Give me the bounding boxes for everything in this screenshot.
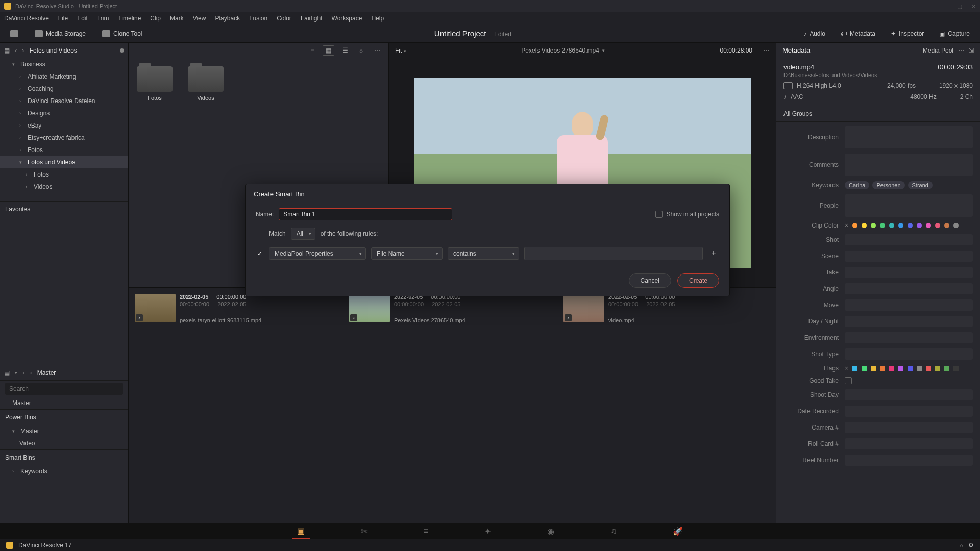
tree-item[interactable]: ›eBay — [0, 119, 128, 132]
clip-card[interactable]: ♪2022-02-0500:00:00:00 00:00:00:002022-0… — [349, 294, 553, 323]
flag-swatch[interactable] — [880, 366, 885, 371]
keyword-tag[interactable]: Strand — [908, 181, 933, 189]
home-icon[interactable]: ⌂ — [960, 542, 963, 549]
chevron-down-icon[interactable]: ▾ — [602, 48, 605, 53]
metadata-expand[interactable]: ⇲ — [969, 47, 974, 54]
add-rule-button[interactable]: + — [708, 248, 719, 259]
color-swatch[interactable] — [953, 223, 959, 228]
clip-card[interactable]: ♪2022-02-0500:00:00:00 00:00:00:002022-0… — [564, 294, 768, 323]
tree-item[interactable]: ›Videos — [0, 181, 128, 193]
metadata-options[interactable]: ⋯ — [959, 47, 965, 54]
field-input[interactable] — [845, 154, 973, 176]
flag-swatch[interactable] — [917, 366, 922, 371]
options-icon[interactable]: ⋯ — [371, 45, 383, 56]
tree-item[interactable]: ›Fotos — [0, 144, 128, 156]
color-swatch[interactable] — [880, 223, 885, 228]
tree-item[interactable]: ›Fotos — [0, 168, 128, 181]
menu-fairlight[interactable]: Fairlight — [301, 15, 323, 22]
fairlight-page-tab[interactable]: ♫ — [605, 524, 622, 538]
flag-swatch[interactable] — [871, 366, 876, 371]
folder-item[interactable]: Fotos — [137, 66, 173, 101]
flag-swatch[interactable] — [926, 366, 931, 371]
flag-swatch[interactable] — [889, 366, 894, 371]
field-input[interactable] — [845, 438, 973, 449]
tree-item[interactable]: ▾Fotos und Videos — [0, 156, 128, 168]
menu-edit[interactable]: Edit — [77, 15, 88, 22]
view-filmstrip[interactable]: ≡ — [308, 45, 317, 56]
create-button[interactable]: Create — [677, 273, 719, 288]
color-swatch[interactable] — [871, 223, 876, 228]
minimize-button[interactable]: — — [942, 3, 948, 10]
color-swatch[interactable] — [898, 223, 903, 228]
chevron-down-icon[interactable]: ▾ — [15, 370, 17, 375]
viewer-options[interactable]: ⋯ — [764, 47, 770, 54]
groups-header[interactable]: All Groups — [776, 106, 980, 122]
panel-toggle[interactable] — [6, 28, 22, 39]
media-page-tab[interactable]: ▣ — [292, 524, 310, 539]
color-swatch[interactable] — [935, 223, 940, 228]
media-storage-button[interactable]: Media Storage — [31, 28, 90, 39]
layout-icon[interactable]: ▤ — [4, 47, 10, 54]
edit-page-tab[interactable]: ≡ — [419, 524, 433, 538]
field-input[interactable] — [845, 316, 973, 327]
flag-swatch[interactable] — [898, 366, 903, 371]
smart-bin-name-input[interactable] — [279, 208, 452, 220]
field-input[interactable] — [845, 422, 973, 433]
tree-item[interactable]: ›Affiliate Marketing — [0, 70, 128, 83]
show-all-checkbox[interactable] — [655, 211, 663, 218]
search-icon[interactable]: ⌕ — [356, 45, 366, 56]
menu-color[interactable]: Color — [277, 15, 291, 22]
tree-item[interactable]: ›DaVinci Resolve Dateien — [0, 95, 128, 107]
field-input[interactable] — [845, 455, 973, 466]
folder-item[interactable]: Videos — [188, 66, 224, 101]
flag-swatch[interactable] — [852, 366, 857, 371]
power-bin-video[interactable]: Video — [0, 437, 128, 449]
tree-item[interactable]: ›Etsy+creative fabrica — [0, 132, 128, 144]
field-input[interactable] — [845, 126, 973, 148]
clear-flag[interactable]: × — [845, 365, 848, 372]
menu-view[interactable]: View — [193, 15, 206, 22]
field-input[interactable] — [845, 348, 973, 360]
menu-help[interactable]: Help — [371, 15, 384, 22]
menu-davinci-resolve[interactable]: DaVinci Resolve — [4, 15, 49, 22]
field-input[interactable] — [845, 234, 973, 245]
field-input[interactable] — [845, 332, 973, 343]
good-take-checkbox[interactable] — [845, 377, 852, 384]
menu-playback[interactable]: Playback — [215, 15, 240, 22]
fusion-page-tab[interactable]: ✦ — [479, 524, 496, 538]
color-page-tab[interactable]: ◉ — [542, 524, 559, 538]
fit-dropdown[interactable]: Fit ▾ — [395, 47, 406, 54]
menu-trim[interactable]: Trim — [97, 15, 109, 22]
settings-icon[interactable]: ⚙ — [968, 542, 974, 549]
menu-fusion[interactable]: Fusion — [249, 15, 267, 22]
tree-item[interactable]: ›Coaching — [0, 83, 128, 95]
layout-icon-2[interactable]: ▤ — [4, 369, 10, 377]
color-swatch[interactable] — [908, 223, 913, 228]
close-button[interactable]: ✕ — [971, 3, 976, 10]
field-input[interactable] — [845, 389, 973, 400]
metadata-button[interactable]: 🏷 Metadata — [837, 28, 879, 39]
nav-forward-2[interactable]: › — [30, 369, 32, 377]
color-swatch[interactable] — [917, 223, 922, 228]
view-list[interactable]: ☰ — [339, 45, 351, 56]
menu-workspace[interactable]: Workspace — [332, 15, 362, 22]
search-input[interactable] — [5, 383, 123, 395]
menu-timeline[interactable]: Timeline — [118, 15, 141, 22]
tree-item[interactable]: ›Designs — [0, 107, 128, 119]
power-bin-master[interactable]: ▾Master — [0, 425, 128, 437]
menu-clip[interactable]: Clip — [150, 15, 161, 22]
rule-property-select[interactable]: MediaPool Properties — [269, 247, 366, 260]
deliver-page-tab[interactable]: 🚀 — [668, 524, 688, 538]
nav-back[interactable]: ‹ — [15, 46, 17, 54]
nav-forward[interactable]: › — [22, 46, 24, 54]
field-input[interactable] — [845, 299, 973, 311]
menu-file[interactable]: File — [58, 15, 68, 22]
keyword-tag[interactable]: Carina — [845, 181, 869, 189]
master-bin[interactable]: Master — [0, 397, 128, 409]
color-swatch[interactable] — [889, 223, 894, 228]
field-input[interactable] — [845, 406, 973, 417]
color-swatch[interactable] — [852, 223, 857, 228]
flag-swatch[interactable] — [862, 366, 867, 371]
keyword-tag[interactable]: Personen — [872, 181, 904, 189]
clip-card[interactable]: ♪2022-02-0500:00:00:00 00:00:00:002022-0… — [135, 294, 339, 323]
